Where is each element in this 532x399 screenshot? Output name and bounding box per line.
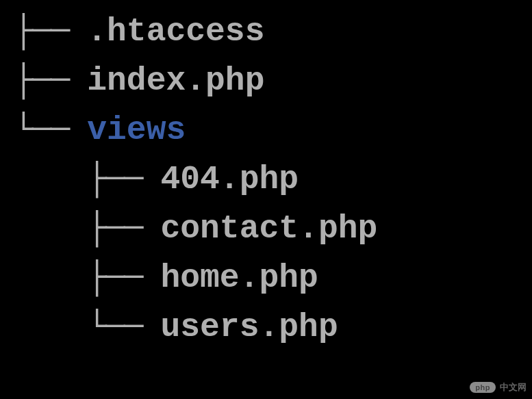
file-name: index.php [87, 56, 264, 105]
tree-row: ├── home.php [14, 253, 532, 303]
tree-row: ├── 404.php [14, 155, 532, 204]
watermark-text: 中文网 [500, 381, 527, 394]
watermark: php 中文网 [470, 381, 527, 394]
file-name: home.php [160, 253, 318, 303]
tree-connector: ├── [14, 155, 160, 204]
directory-tree: ├── .htaccess ├── index.php └── views ├─… [0, 0, 532, 352]
file-name: users.php [160, 303, 338, 352]
tree-row: └── users.php [14, 303, 532, 352]
tree-row: ├── contact.php [14, 204, 532, 253]
tree-row: ├── .htaccess [14, 7, 532, 56]
file-name: 404.php [160, 155, 299, 204]
directory-name: views [87, 105, 186, 155]
file-name: .htaccess [87, 7, 264, 56]
tree-row: └── views [14, 105, 532, 155]
watermark-badge: php [470, 382, 496, 393]
tree-connector: └── [14, 303, 160, 352]
tree-row: ├── index.php [14, 56, 532, 105]
file-name: contact.php [160, 204, 377, 253]
tree-connector: ├── [14, 204, 160, 253]
tree-connector: ├── [14, 253, 160, 303]
tree-connector: ├── [14, 56, 87, 105]
tree-connector: └── [14, 105, 87, 155]
tree-connector: ├── [14, 7, 87, 56]
